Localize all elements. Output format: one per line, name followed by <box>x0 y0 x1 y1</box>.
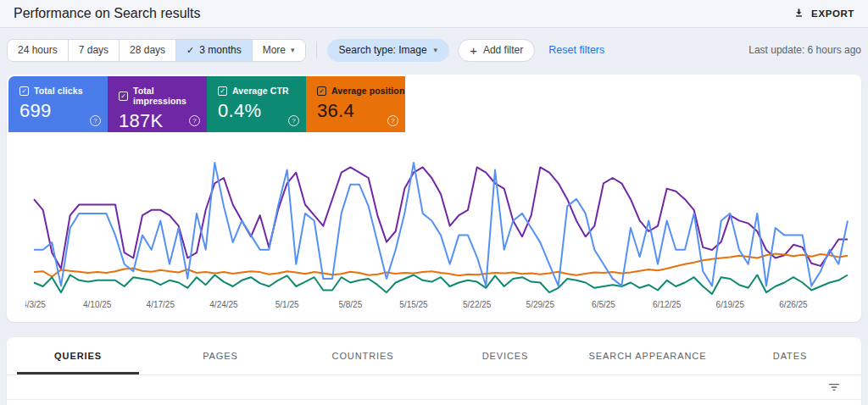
chart-x-axis-label: 5/8/25 <box>338 300 362 309</box>
chevron-down-icon: ▾ <box>434 46 438 54</box>
chart-x-axis-label: 6/12/25 <box>653 300 682 309</box>
date-range-label: 24 hours <box>18 44 58 56</box>
chevron-down-icon: ▾ <box>291 46 295 54</box>
search-type-filter-chip[interactable]: Search type: Image ▾ <box>327 39 450 62</box>
help-icon[interactable]: ? <box>90 115 101 126</box>
more-label: More <box>263 44 286 56</box>
date-range-7-days[interactable]: 7 days <box>69 40 120 61</box>
date-range-28-days[interactable]: 28 days <box>120 40 176 61</box>
tab-search-appearance[interactable]: SEARCH APPEARANCE <box>576 337 719 374</box>
chart-x-axis-label: 5/1/25 <box>275 300 299 309</box>
filter-list-icon[interactable] <box>827 380 841 397</box>
tab-queries[interactable]: QUERIES <box>7 337 149 374</box>
date-range-label: 3 months <box>199 44 241 56</box>
plus-icon: + <box>470 44 477 57</box>
chart-x-axis-label: 6/26/25 <box>779 300 808 309</box>
date-range-24-hours[interactable]: 24 hours <box>8 40 69 61</box>
page-title: Performance on Search results <box>14 6 201 21</box>
chart-x-axis-label: 5/29/25 <box>526 300 555 309</box>
date-range-group: 24 hours7 days28 days✓3 monthsMore▾ <box>7 39 306 62</box>
search-type-label: Search type: Image <box>339 44 427 56</box>
chart-line-clicks <box>34 163 848 286</box>
date-range-label: 28 days <box>130 44 165 56</box>
date-range-3-months[interactable]: ✓3 months <box>176 40 253 61</box>
checkbox-checked-icon[interactable]: ✓ <box>317 86 326 96</box>
export-button[interactable]: EXPORT <box>793 7 854 21</box>
download-icon <box>793 7 805 21</box>
checkbox-checked-icon[interactable]: ✓ <box>218 86 227 96</box>
chart-x-axis-label: 4/24/25 <box>209 300 238 309</box>
chart-x-axis-label: 6/5/25 <box>592 300 615 309</box>
add-filter-button[interactable]: + Add filter <box>458 39 535 62</box>
check-icon: ✓ <box>186 45 194 56</box>
chart-x-axis-label: 4/17/25 <box>147 300 175 309</box>
metric-card-average-ctr[interactable]: ✓Average CTR0.4%? <box>207 76 306 132</box>
metric-cards-row: ✓Total clicks699?✓Total impressions187K?… <box>8 76 405 132</box>
help-icon[interactable]: ? <box>189 115 200 126</box>
performance-chart-card: ✓Total clicks699?✓Total impressions187K?… <box>7 75 861 322</box>
chart-line-ctr <box>34 275 848 295</box>
metric-card-label: Average position <box>331 86 404 96</box>
page-header: Performance on Search results EXPORT <box>0 0 868 28</box>
add-filter-label: Add filter <box>483 44 523 56</box>
vertical-divider <box>316 42 317 58</box>
chart-x-axis-label: 5/22/25 <box>463 300 492 309</box>
performance-chart: 4/3/254/10/254/17/254/24/255/1/255/8/255… <box>25 156 860 312</box>
table-toolbar <box>7 375 861 399</box>
metric-card-total-clicks[interactable]: ✓Total clicks699? <box>8 76 108 132</box>
help-icon[interactable]: ? <box>387 115 398 126</box>
checkbox-checked-icon[interactable]: ✓ <box>119 92 128 101</box>
chart-x-axis-label: 4/3/25 <box>25 300 46 309</box>
filter-bar: 24 hours7 days28 days✓3 monthsMore▾ Sear… <box>7 38 861 62</box>
checkbox-checked-icon[interactable]: ✓ <box>19 86 29 96</box>
chart-line-position <box>34 254 848 277</box>
divider <box>7 399 861 400</box>
last-update-text: Last update: 6 hours ago <box>748 44 861 56</box>
metric-card-average-position[interactable]: ✓Average position36.4? <box>306 76 405 132</box>
metric-card-label: Total clicks <box>34 86 83 96</box>
metric-card-total-impressions[interactable]: ✓Total impressions187K? <box>108 76 207 132</box>
tab-dates[interactable]: DATES <box>719 337 861 374</box>
help-icon[interactable]: ? <box>288 115 299 126</box>
dimension-table-card: QUERIESPAGESCOUNTRIESDEVICESSEARCH APPEA… <box>7 337 861 405</box>
chart-x-axis-label: 4/10/25 <box>83 300 112 309</box>
reset-filters-link[interactable]: Reset filters <box>548 44 604 56</box>
chart-x-axis-label: 5/15/25 <box>399 300 428 309</box>
export-label: EXPORT <box>811 8 854 19</box>
chart-x-axis-label: 6/19/25 <box>716 300 745 309</box>
tab-devices[interactable]: DEVICES <box>434 337 576 374</box>
more-button[interactable]: More▾ <box>253 40 305 61</box>
metric-card-label: Total impressions <box>133 86 207 106</box>
tab-pages[interactable]: PAGES <box>149 337 292 374</box>
metric-card-label: Average CTR <box>232 86 289 96</box>
dimension-tabs: QUERIESPAGESCOUNTRIESDEVICESSEARCH APPEA… <box>7 337 861 374</box>
tab-countries[interactable]: COUNTRIES <box>292 337 434 374</box>
date-range-label: 7 days <box>79 44 108 56</box>
